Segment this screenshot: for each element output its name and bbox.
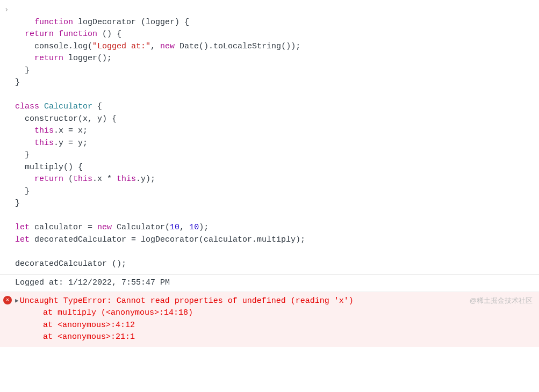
text [73,18,78,27]
stack-trace: at multiply (<anonymous>:14:18) at <anon… [15,307,535,344]
keyword: let [15,235,30,244]
text: } [15,78,20,87]
keyword: let [15,223,30,232]
text: decoratedCalculator (); [15,259,126,268]
keyword: class [15,102,39,111]
text: , [150,42,160,51]
text [15,175,34,184]
error-icon [3,296,12,304]
text: Calculator( [112,223,170,232]
text [15,126,34,135]
text: console.log( [15,42,92,51]
text: constructor(x, y) { [15,114,117,124]
devtools-console: ›function logDecorator (logger) { return… [0,0,539,347]
stack-frame: at multiply (<anonymous>:14:18) [43,307,535,320]
keyword: new [97,223,112,232]
console-log-output: Logged at: 1/12/2022, 7:55:47 PM [0,275,539,292]
keyword: this [34,139,54,148]
text: ( [63,175,73,184]
stack-frame: at <anonymous>:21:1 [43,331,535,344]
keyword: return [34,175,63,184]
text: ); [199,223,209,232]
keyword: function [34,18,73,27]
text: multiply() { [15,163,83,172]
keyword: return [25,30,54,39]
text: .y = y; [54,139,88,148]
keyword: function [59,30,97,39]
text: calculator = [30,223,97,232]
text: decoratedCalculator = logDecorator(calcu… [30,235,305,244]
text: .x * [92,175,117,184]
text: } [15,66,30,75]
text: { [92,102,102,111]
text: () { [97,30,121,39]
text: logger(); [63,54,112,63]
string: "Logged at:" [92,42,150,51]
text: } [15,199,20,208]
keyword: this [73,175,92,184]
function-name: logDecorator [78,18,136,27]
text: } [15,187,30,196]
console-input-code[interactable]: ›function logDecorator (logger) { return… [0,0,539,275]
keyword: new [160,42,175,51]
error-message: Uncaught TypeError: Cannot read properti… [20,296,354,306]
class-name: Calculator [44,102,92,111]
keyword: this [117,175,136,184]
text [15,139,34,148]
number: 10 [189,223,199,232]
watermark: @稀土掘金技术社区 [470,295,533,306]
text: Date().toLocaleString()); [175,42,300,51]
text: .y); [136,175,155,184]
text: .x = x; [54,126,88,135]
expand-icon[interactable]: ▶ [15,296,19,306]
console-error[interactable]: ▶Uncaught TypeError: Cannot read propert… [0,292,539,347]
stack-frame: at <anonymous>:4:12 [43,320,535,332]
text [54,30,59,39]
text: (logger) { [136,18,189,27]
input-prompt-icon: › [4,4,9,16]
number: 10 [170,223,179,232]
text: , [179,223,189,232]
text: } [15,150,30,159]
keyword: this [34,126,54,135]
keyword: return [34,54,63,63]
text [39,102,44,111]
